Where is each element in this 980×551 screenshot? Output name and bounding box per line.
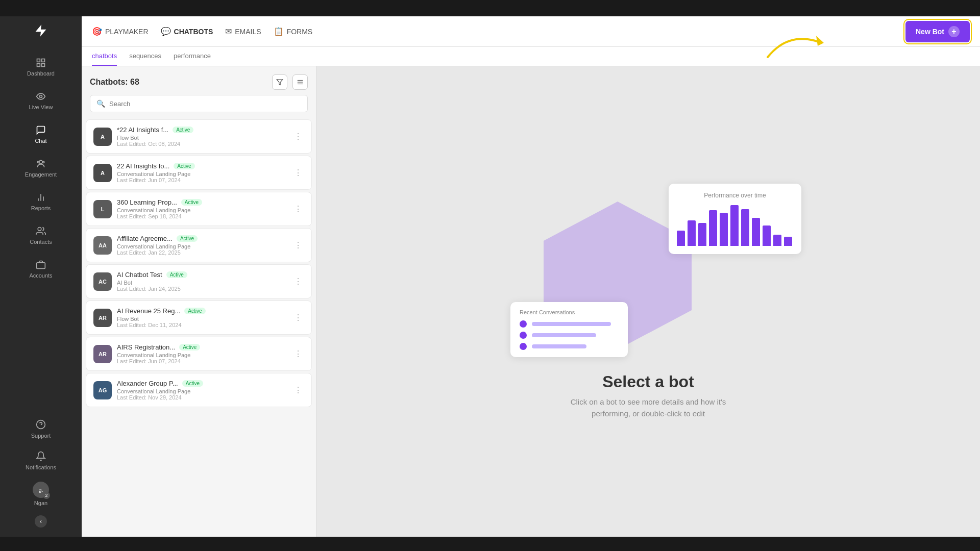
svg-rect-1 <box>42 59 45 62</box>
collapse-icon[interactable]: ‹ <box>35 515 47 528</box>
search-box: 🔍 <box>90 95 308 112</box>
sidebar-item-chat[interactable]: Chat <box>0 117 82 151</box>
bot-avatar: AC <box>93 272 112 291</box>
svg-rect-2 <box>42 64 45 67</box>
search-input[interactable] <box>109 100 301 108</box>
app-logo[interactable] <box>32 21 50 40</box>
bar <box>677 231 685 246</box>
user-section: g. 2 Ngan <box>0 477 82 511</box>
bot-menu-button[interactable]: ⋮ <box>292 202 304 216</box>
bar <box>709 210 717 246</box>
bot-name-row: AI Revenue 25 Reg... Active <box>117 307 287 315</box>
reports-icon <box>35 192 46 203</box>
bot-edited: Last Edited: Jan 24, 2025 <box>117 286 287 292</box>
bot-menu-button[interactable]: ⋮ <box>292 274 304 288</box>
select-bot-description: Click on a bot to see more details and h… <box>571 396 726 419</box>
bot-avatar: AA <box>93 236 112 255</box>
bot-edited: Last Edited: Jan 22, 2025 <box>117 249 287 256</box>
bot-avatar: AG <box>93 381 112 399</box>
tab-chatbots[interactable]: 💬 CHATBOTS <box>161 24 213 38</box>
sidebar-item-reports[interactable]: Reports <box>0 185 82 218</box>
bot-avatar: A <box>93 128 112 146</box>
bot-menu-button[interactable]: ⋮ <box>292 130 304 143</box>
bot-item[interactable]: AA Affiliate Agreeme... Active Conversat… <box>86 228 312 262</box>
emails-icon: ✉ <box>225 27 232 36</box>
bot-item[interactable]: AC AI Chatbot Test Active AI Bot Last Ed… <box>86 264 312 298</box>
search-icon: 🔍 <box>96 99 105 108</box>
sidebar-item-liveview[interactable]: Live View <box>0 84 82 117</box>
body-area: Chatbots: 68 🔍 <box>82 66 980 537</box>
chatbots-icon: 💬 <box>161 27 171 36</box>
bot-type: Conversational Landing Page <box>117 352 287 358</box>
svg-point-7 <box>37 161 39 163</box>
bar <box>698 223 706 246</box>
subtab-performance[interactable]: performance <box>174 47 211 66</box>
svg-marker-16 <box>277 80 283 85</box>
bot-type: Conversational Landing Page <box>117 207 287 213</box>
sidebar-item-dashboard[interactable]: Dashboard <box>0 50 82 84</box>
accounts-icon <box>35 259 46 270</box>
tab-playmaker[interactable]: 🎯 PLAYMAKER <box>92 24 149 38</box>
bot-info: Alexander Group P... Active Conversation… <box>117 380 287 400</box>
bar <box>741 209 749 246</box>
bar <box>784 237 792 246</box>
filter-button[interactable] <box>272 74 287 90</box>
tab-label: EMAILS <box>235 28 261 36</box>
bot-menu-button[interactable]: ⋮ <box>292 347 304 361</box>
bot-name: Alexander Group P... <box>117 380 178 387</box>
subtab-chatbots[interactable]: chatbots <box>92 47 117 66</box>
sidebar-item-label: Chat <box>35 138 46 144</box>
bot-edited: Last Edited: Jun 07, 2024 <box>117 358 287 364</box>
bar <box>763 226 771 246</box>
tab-label: CHATBOTS <box>174 28 213 36</box>
sidebar-item-notifications[interactable]: Notifications <box>0 445 82 477</box>
bot-name: 360 Learning Prop... <box>117 198 177 206</box>
bot-menu-button[interactable]: ⋮ <box>292 383 304 397</box>
sidebar-item-contacts[interactable]: Contacts <box>0 218 82 252</box>
sort-button[interactable] <box>292 74 308 90</box>
bar <box>688 220 696 246</box>
bot-name: AI Chatbot Test <box>117 271 162 279</box>
bot-name-row: AI Chatbot Test Active <box>117 271 287 279</box>
sidebar-item-accounts[interactable]: Accounts <box>0 252 82 286</box>
user-name: Ngan <box>34 500 47 506</box>
svg-point-5 <box>39 160 43 164</box>
bot-menu-button[interactable]: ⋮ <box>292 238 304 252</box>
collapse-sidebar[interactable]: ‹ <box>31 511 51 532</box>
bot-menu-button[interactable]: ⋮ <box>292 166 304 180</box>
bot-type: Conversational Landing Page <box>117 171 287 177</box>
new-bot-button[interactable]: New Bot + <box>905 21 970 42</box>
tab-emails[interactable]: ✉ EMAILS <box>225 24 261 38</box>
bar <box>773 235 781 246</box>
tab-label: FORMS <box>287 28 313 36</box>
support-icon <box>36 419 46 431</box>
notifications-icon <box>36 451 46 462</box>
tab-forms[interactable]: 📋 FORMS <box>274 24 313 38</box>
conv-dot <box>520 343 527 350</box>
status-badge: Active <box>182 380 203 387</box>
bot-item[interactable]: A 22 AI Insights fo... Active Conversati… <box>86 156 312 190</box>
bot-name-row: Affiliate Agreeme... Active <box>117 235 287 242</box>
bot-info: *22 AI Insights f... Active Flow Bot Las… <box>117 126 287 147</box>
subtab-sequences[interactable]: sequences <box>129 47 161 66</box>
sidebar-item-label: Contacts <box>30 239 52 245</box>
bot-menu-button[interactable]: ⋮ <box>292 311 304 324</box>
sidebar-item-support[interactable]: Support <box>0 413 82 445</box>
bottom-bar <box>0 537 980 551</box>
bot-item[interactable]: AG Alexander Group P... Active Conversat… <box>86 373 312 407</box>
bot-item[interactable]: AR AIRS Registration... Active Conversat… <box>86 337 312 371</box>
bot-edited: Last Edited: Jun 07, 2024 <box>117 177 287 183</box>
status-badge: Active <box>179 344 200 350</box>
bot-item[interactable]: AR AI Revenue 25 Reg... Active Flow Bot … <box>86 300 312 335</box>
conv-line <box>532 333 596 337</box>
svg-point-4 <box>40 95 42 98</box>
sidebar-item-engagement[interactable]: Engagement <box>0 151 82 185</box>
bot-item[interactable]: A *22 AI Insights f... Active Flow Bot L… <box>86 119 312 154</box>
bot-item[interactable]: L 360 Learning Prop... Active Conversati… <box>86 192 312 226</box>
svg-point-6 <box>42 161 44 163</box>
engagement-icon <box>35 158 46 169</box>
bot-info: 360 Learning Prop... Active Conversation… <box>117 198 287 219</box>
bot-name-row: 360 Learning Prop... Active <box>117 198 287 206</box>
bot-avatar: AR <box>93 309 112 327</box>
status-badge: Active <box>177 235 198 242</box>
